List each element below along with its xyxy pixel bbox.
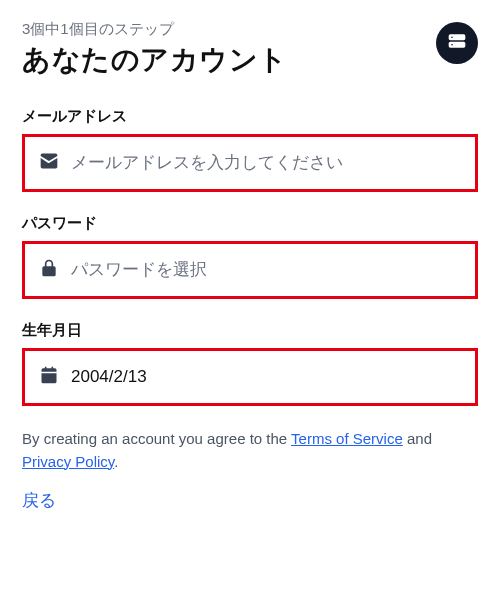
password-label: パスワード: [22, 214, 478, 233]
privacy-link[interactable]: Privacy Policy: [22, 453, 114, 470]
email-field-box[interactable]: [22, 134, 478, 192]
dob-label: 生年月日: [22, 321, 478, 340]
svg-rect-0: [449, 34, 466, 40]
calendar-icon: [39, 365, 59, 389]
disclosure-text: By creating an account you agree to the …: [22, 428, 478, 473]
server-settings-button[interactable]: [436, 22, 478, 64]
password-field-box[interactable]: [22, 241, 478, 299]
server-icon: [447, 31, 467, 55]
lock-icon: [39, 258, 59, 282]
svg-point-3: [451, 44, 453, 46]
back-link[interactable]: 戻る: [22, 491, 56, 510]
password-input[interactable]: [71, 260, 461, 280]
envelope-icon: [39, 151, 59, 175]
svg-rect-1: [449, 42, 466, 48]
svg-point-2: [451, 36, 453, 38]
dob-value: 2004/2/13: [71, 367, 147, 387]
dob-field-box[interactable]: 2004/2/13: [22, 348, 478, 406]
terms-link[interactable]: Terms of Service: [291, 430, 403, 447]
step-indicator: 3個中1個目のステップ: [22, 20, 478, 39]
email-input[interactable]: [71, 153, 461, 173]
email-label: メールアドレス: [22, 107, 478, 126]
page-title: あなたのアカウント: [22, 41, 478, 79]
